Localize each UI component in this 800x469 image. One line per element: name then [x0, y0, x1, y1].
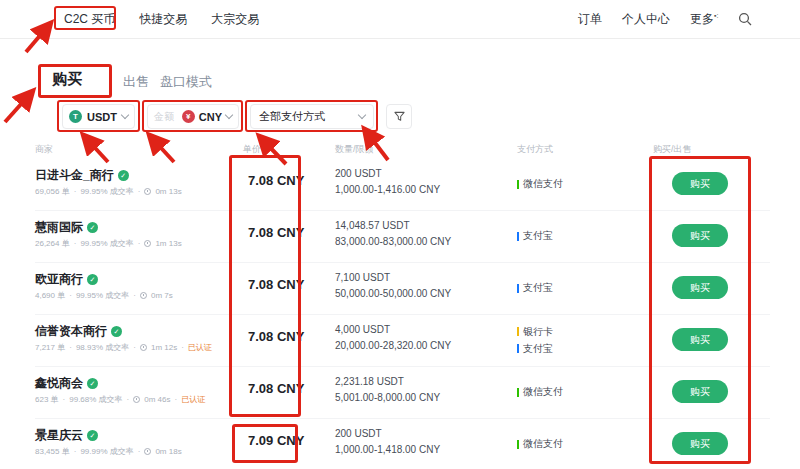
stats-separator: ·	[138, 447, 141, 456]
buy-button[interactable]: 购买	[672, 224, 728, 247]
stats-separator: ·	[63, 395, 66, 404]
available-amount: 200 USDT	[335, 426, 440, 442]
payment-methods: 支付宝	[517, 210, 553, 262]
amount-cell: 2,231.18 USDT 5,001.00-8,000.00 CNY	[335, 374, 440, 406]
merchant-stats: 7,217 单 · 98.93% 成交率 · 1m 12s ·已认证	[35, 342, 212, 353]
buy-button[interactable]: 购买	[672, 172, 728, 195]
payment-label: 微信支付	[523, 385, 563, 399]
available-amount: 14,048.57 USDT	[335, 218, 451, 234]
payment-method: 支付宝	[517, 229, 553, 243]
merchant-name[interactable]: 日进斗金_商行	[35, 167, 114, 184]
completion-rate: 99.95% 成交率	[76, 290, 129, 301]
amount-cell: 200 USDT 1,000.00-1,418.00 CNY	[335, 426, 440, 458]
c2c-trading-page: C2C 买币 快捷交易 大宗交易 订单 个人中心 更多▪: 购买 出售 盘口模式…	[0, 0, 800, 469]
merchant-cell: 景星庆云 ✓	[35, 427, 98, 444]
merchant-name[interactable]: 鑫悦商会	[35, 375, 83, 392]
offer-row: 欧亚商行 ✓ 4,690 单 · 99.95% 成交率 · 0m 7s 7.08…	[35, 262, 770, 315]
completion-rate: 99.95% 成交率	[80, 186, 133, 197]
payment-methods: 微信支付	[517, 158, 563, 210]
buy-button[interactable]: 购买	[672, 432, 728, 455]
orders-count: 7,217 单	[35, 342, 65, 353]
verified-icon: ✓	[87, 222, 98, 233]
merchant-stats: 4,690 单 · 99.95% 成交率 · 0m 7s	[35, 290, 173, 301]
price-value: 7.08 CNY	[248, 329, 328, 344]
offer-row: 信誉资本商行 ✓ 7,217 单 · 98.93% 成交率 · 1m 12s ·…	[35, 314, 770, 367]
available-amount: 7,100 USDT	[335, 270, 451, 286]
orders-count: 4,690 单	[35, 290, 65, 301]
amount-cell: 14,048.57 USDT 83,000.00-83,000.00 CNY	[335, 218, 451, 250]
release-time: 1m 12s	[151, 343, 177, 352]
stats-separator: ·	[69, 291, 72, 300]
payment-color-bar	[517, 344, 519, 353]
stats-separator: ·	[74, 187, 77, 196]
stats-separator: ·	[133, 291, 136, 300]
release-time: 0m 18s	[155, 447, 181, 456]
price-value: 7.08 CNY	[248, 277, 328, 292]
merchant-cell: 鑫悦商会 ✓	[35, 375, 98, 392]
payment-color-bar	[517, 232, 519, 241]
merchant-name[interactable]: 欧亚商行	[35, 271, 83, 288]
payment-method: 支付宝	[517, 281, 553, 295]
payment-label: 支付宝	[523, 281, 553, 295]
orders-count: 623 单	[35, 394, 59, 405]
verified-icon: ✓	[111, 326, 122, 337]
merchant-name[interactable]: 景星庆云	[35, 427, 83, 444]
merchant-stats: 26,264 单 · 99.95% 成交率 · 1m 13s	[35, 238, 182, 249]
merchant-name[interactable]: 信誉资本商行	[35, 323, 107, 340]
payment-label: 微信支付	[523, 177, 563, 191]
buy-button[interactable]: 购买	[672, 380, 728, 403]
payment-label: 支付宝	[523, 229, 553, 243]
stats-separator: ·	[175, 395, 178, 404]
stats-separator: ·	[127, 395, 130, 404]
payment-methods: 微信支付	[517, 418, 563, 469]
price-value: 7.08 CNY	[248, 173, 328, 188]
verified-icon: ✓	[87, 430, 98, 441]
limit-range: 5,001.00-8,000.00 CNY	[335, 390, 440, 406]
merchant-cell: 信誉资本商行 ✓	[35, 323, 122, 340]
payment-methods: 支付宝	[517, 262, 553, 314]
payment-label: 微信支付	[523, 437, 563, 451]
clock-icon	[144, 188, 151, 195]
payment-color-bar	[517, 440, 519, 449]
release-time: 0m 13s	[155, 187, 181, 196]
price-value: 7.08 CNY	[248, 225, 328, 240]
payment-label: 支付宝	[523, 342, 553, 356]
merchant-cell: 欧亚商行 ✓	[35, 271, 98, 288]
payment-methods: 微信支付	[517, 366, 563, 418]
stats-separator: ·	[69, 343, 72, 352]
verified-icon: ✓	[87, 274, 98, 285]
buy-button[interactable]: 购买	[672, 328, 728, 351]
stats-separator: ·	[74, 447, 77, 456]
payment-method: 银行卡	[517, 325, 553, 339]
release-time: 0m 46s	[144, 395, 170, 404]
offer-row: 鑫悦商会 ✓ 623 单 · 99.68% 成交率 · 0m 46s ·已认证 …	[35, 366, 770, 419]
orders-count: 26,264 单	[35, 238, 70, 249]
offer-row: 景星庆云 ✓ 83,455 单 · 99.99% 成交率 · 0m 18s 7.…	[35, 418, 770, 469]
verified-icon: ✓	[118, 170, 129, 181]
clock-icon	[140, 344, 147, 351]
payment-method: 微信支付	[517, 385, 563, 399]
clock-icon	[133, 396, 140, 403]
payment-methods: 银行卡支付宝	[517, 314, 553, 366]
merchant-stats: 83,455 单 · 99.99% 成交率 · 0m 18s	[35, 446, 182, 457]
available-amount: 2,231.18 USDT	[335, 374, 440, 390]
completion-rate: 99.68% 成交率	[69, 394, 122, 405]
available-amount: 200 USDT	[335, 166, 440, 182]
limit-range: 1,000.00-1,416.00 CNY	[335, 182, 440, 198]
payment-method: 微信支付	[517, 437, 563, 451]
verified-icon: ✓	[87, 378, 98, 389]
merchant-cell: 日进斗金_商行 ✓	[35, 167, 129, 184]
buy-button[interactable]: 购买	[672, 276, 728, 299]
merchant-name[interactable]: 慧雨国际	[35, 219, 83, 236]
payment-label: 银行卡	[523, 325, 553, 339]
release-time: 0m 7s	[151, 291, 173, 300]
limit-range: 50,000.00-50,000.00 CNY	[335, 286, 451, 302]
orders-count: 83,455 单	[35, 446, 70, 457]
stats-separator: ·	[133, 343, 136, 352]
limit-range: 1,000.00-1,418.00 CNY	[335, 442, 440, 458]
payment-color-bar	[517, 180, 519, 189]
payment-color-bar	[517, 388, 519, 397]
orders-count: 69,056 单	[35, 186, 70, 197]
limit-range: 20,000.00-28,320.00 CNY	[335, 338, 451, 354]
merchant-stats: 623 单 · 99.68% 成交率 · 0m 46s ·已认证	[35, 394, 205, 405]
